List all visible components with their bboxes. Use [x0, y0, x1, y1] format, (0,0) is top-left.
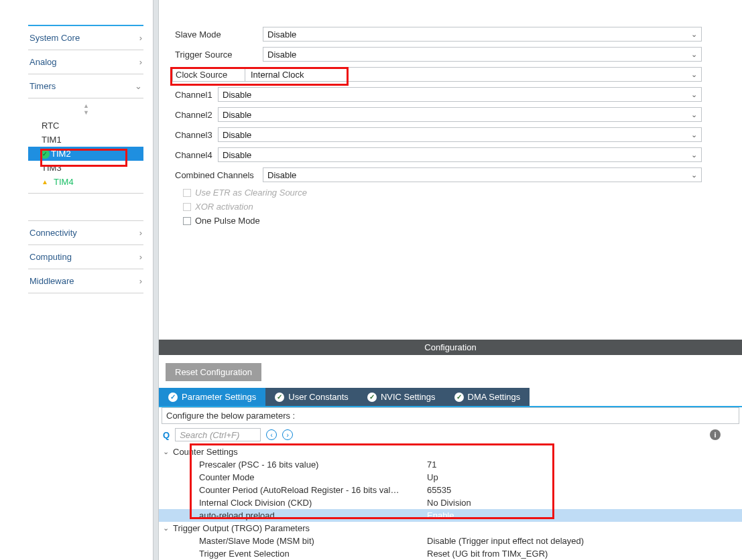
- search-prev-button[interactable]: ‹: [266, 429, 277, 440]
- label-slave-mode: Slave Mode: [172, 28, 263, 41]
- chevron-right-icon: ›: [139, 276, 142, 286]
- chevron-down-icon: ⌄: [691, 131, 697, 139]
- select-slave-mode[interactable]: Disable ⌄: [263, 27, 702, 42]
- drag-handle-icon[interactable]: ▲▼: [28, 101, 143, 119]
- checkbox-xor: XOR activation: [183, 202, 702, 212]
- mode-config-form: Slave Mode Disable ⌄ Trigger Source Disa…: [159, 0, 742, 240]
- checkbox-one-pulse[interactable]: One Pulse Mode: [183, 216, 702, 226]
- sidebar-item-tim1[interactable]: TIM1: [28, 133, 143, 147]
- label-trigger-source: Trigger Source: [172, 48, 263, 61]
- chevron-down-icon: ⌄: [691, 30, 697, 39]
- group-trgo-parameters[interactable]: ⌄ Trigger Output (TRGO) Parameters: [159, 522, 742, 535]
- select-channel1[interactable]: Disable ⌄: [218, 87, 702, 102]
- chevron-down-icon: ⌄: [691, 171, 697, 180]
- label-channel4: Channel4: [172, 149, 218, 161]
- search-icon[interactable]: Q: [163, 430, 170, 440]
- sidebar-item-tim4[interactable]: ▲ TIM4: [28, 175, 143, 189]
- param-auto-reload-preload[interactable]: auto-reload preload Enable: [159, 509, 742, 522]
- label-clock-source: Clock Source: [172, 67, 245, 82]
- row-channel3: Channel3 Disable ⌄: [172, 127, 702, 142]
- check-icon: ✓: [454, 393, 464, 402]
- tab-nvic-settings[interactable]: ✓ NVIC Settings: [358, 388, 445, 406]
- reset-configuration-button[interactable]: Reset Configuration: [166, 363, 261, 381]
- row-combined-channels: Combined Channels Disable ⌄: [172, 167, 702, 182]
- check-icon: ✓: [168, 393, 178, 402]
- param-ckd[interactable]: Internal Clock Division (CKD) No Divisio…: [159, 496, 742, 509]
- group-counter-settings[interactable]: ⌄ Counter Settings: [159, 445, 742, 458]
- info-icon[interactable]: i: [710, 429, 721, 440]
- row-channel2: Channel2 Disable ⌄: [172, 107, 702, 122]
- select-combined-channels[interactable]: Disable ⌄: [263, 167, 702, 182]
- row-trigger-source: Trigger Source Disable ⌄: [172, 47, 702, 62]
- select-channel3[interactable]: Disable ⌄: [218, 127, 702, 142]
- row-channel1: Channel1 Disable ⌄: [172, 87, 702, 102]
- chevron-down-icon: ⌄: [163, 447, 169, 456]
- label-combined-channels: Combined Channels: [172, 169, 263, 182]
- search-next-button[interactable]: ›: [282, 429, 293, 440]
- row-channel4: Channel4 Disable ⌄: [172, 147, 702, 162]
- chevron-right-icon: ›: [139, 33, 142, 43]
- config-tabs: ✓ Parameter Settings ✓ User Constants ✓ …: [159, 388, 742, 407]
- chevron-down-icon: ⌄: [691, 70, 697, 79]
- param-counter-period[interactable]: Counter Period (AutoReload Register - 16…: [159, 484, 742, 496]
- param-trigger-event-selection[interactable]: Trigger Event Selection Reset (UG bit fr…: [159, 547, 742, 560]
- configuration-header: Configuration: [159, 340, 742, 355]
- row-slave-mode: Slave Mode Disable ⌄: [172, 27, 702, 42]
- sidebar-item-tim2[interactable]: ✓ TIM2: [28, 147, 143, 161]
- param-prescaler[interactable]: Prescaler (PSC - 16 bits value) 71: [159, 458, 742, 471]
- label-channel1: Channel1: [172, 88, 218, 101]
- select-clock-source[interactable]: Internal Clock ⌄: [245, 67, 702, 82]
- panel-divider[interactable]: [153, 0, 159, 560]
- checkbox-icon: [183, 189, 191, 197]
- sidebar-category-connectivity[interactable]: Connectivity ›: [28, 220, 143, 245]
- chevron-down-icon: ⌄: [691, 151, 697, 159]
- tab-parameter-settings[interactable]: ✓ Parameter Settings: [159, 388, 265, 406]
- param-counter-mode[interactable]: Counter Mode Up: [159, 471, 742, 484]
- chevron-right-icon: ›: [139, 252, 142, 262]
- chevron-down-icon: ⌄: [691, 50, 697, 59]
- select-trigger-source[interactable]: Disable ⌄: [263, 47, 702, 62]
- sidebar-category-system-core[interactable]: System Core ›: [28, 25, 143, 50]
- select-channel2[interactable]: Disable ⌄: [218, 107, 702, 122]
- config-description: Configure the below parameters :: [162, 407, 739, 424]
- check-icon: ✓: [40, 149, 50, 159]
- row-clock-source: Clock Source Internal Clock ⌄: [172, 67, 702, 82]
- sidebar-category-computing[interactable]: Computing ›: [28, 244, 143, 269]
- sidebar: System Core › Analog › Timers ⌄ ▲▼ RTC T…: [0, 0, 153, 560]
- check-icon: ✓: [367, 393, 377, 402]
- sidebar-item-tim3[interactable]: TIM3: [28, 161, 143, 175]
- sidebar-item-rtc[interactable]: RTC: [28, 119, 143, 133]
- sidebar-category-timers[interactable]: Timers ⌄: [28, 74, 143, 98]
- chevron-down-icon: ⌄: [135, 81, 142, 91]
- checkbox-use-etr: Use ETR as Clearing Source: [183, 188, 702, 198]
- tab-user-constants[interactable]: ✓ User Constants: [265, 388, 358, 406]
- check-icon: ✓: [275, 393, 284, 402]
- checkbox-icon: [183, 203, 191, 211]
- chevron-down-icon: ⌄: [691, 90, 697, 99]
- chevron-down-icon: ⌄: [691, 111, 697, 119]
- chevron-right-icon: ›: [139, 57, 142, 67]
- main-panel: Slave Mode Disable ⌄ Trigger Source Disa…: [159, 0, 742, 560]
- warning-icon: ▲: [40, 178, 50, 187]
- chevron-down-icon: ⌄: [163, 524, 169, 533]
- parameters-tree: ⌄ Counter Settings Prescaler (PSC - 16 b…: [159, 445, 742, 560]
- sidebar-category-analog[interactable]: Analog ›: [28, 50, 143, 74]
- checkbox-icon: [183, 217, 191, 225]
- sidebar-category-middleware[interactable]: Middleware ›: [28, 269, 143, 293]
- label-channel3: Channel3: [172, 129, 218, 141]
- param-msm-bit[interactable]: Master/Slave Mode (MSM bit) Disable (Tri…: [159, 535, 742, 547]
- search-input[interactable]: Search (Ctrl+F): [175, 428, 261, 441]
- tab-dma-settings[interactable]: ✓ DMA Settings: [445, 388, 530, 406]
- select-channel4[interactable]: Disable ⌄: [218, 147, 702, 162]
- chevron-right-icon: ›: [139, 228, 142, 238]
- label-channel2: Channel2: [172, 109, 218, 121]
